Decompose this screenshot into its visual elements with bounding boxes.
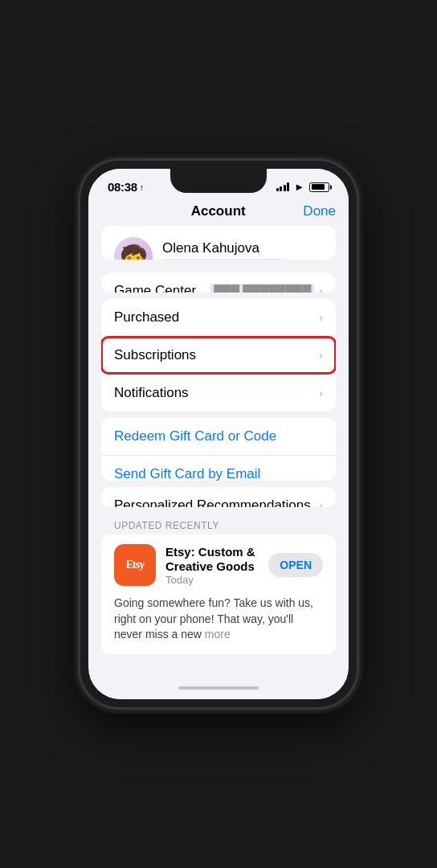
game-center-label: Game Center	[114, 283, 210, 293]
game-center-group: Game Center ███ ████████ ›	[101, 272, 336, 293]
battery-fill	[312, 184, 325, 190]
menu-card: Purchased › Subscriptions ›	[101, 299, 336, 411]
purchased-label: Purchased	[114, 309, 319, 326]
app-row: Etsy Etsy: Custom & Creative Goods Today…	[101, 534, 336, 596]
profile-email: ████████@gmail.com	[162, 259, 286, 260]
personalized-recommendations-chevron: ›	[319, 499, 323, 507]
personalized-recommendations-label: Personalized Recommendations	[114, 497, 319, 507]
redeem-gift-card-label: Redeem Gift Card or Code	[114, 428, 323, 444]
subscriptions-chevron: ›	[319, 349, 323, 362]
personalized-recommendations-item[interactable]: Personalized Recommendations ›	[101, 487, 336, 507]
etsy-icon-text: Etsy	[126, 559, 144, 571]
done-button[interactable]: Done	[303, 203, 336, 219]
profile-name: Olena Kahujova	[162, 240, 323, 256]
app-info: Etsy: Custom & Creative Goods Today	[165, 545, 259, 586]
game-center-item[interactable]: Game Center ███ ████████ ›	[101, 272, 336, 293]
content-area: 🧒 Olena Kahujova ████████@gmail.com Game…	[88, 226, 349, 677]
game-center-chevron: ›	[319, 285, 323, 293]
subscriptions-label: Subscriptions	[114, 347, 319, 363]
profile-row: 🧒 Olena Kahujova ████████@gmail.com	[101, 226, 336, 260]
signal-icon	[276, 182, 290, 191]
status-arrow: ↑	[140, 182, 145, 192]
notifications-item[interactable]: Notifications ›	[101, 375, 336, 411]
phone-frame: 08:38 ↑ ► Account Done	[80, 161, 357, 707]
purchased-item[interactable]: Purchased ›	[101, 299, 336, 336]
status-icons: ►	[276, 181, 329, 193]
subscriptions-item[interactable]: Subscriptions ›	[101, 337, 336, 374]
game-center-value: ███ ████████	[210, 284, 314, 293]
notifications-label: Notifications	[114, 385, 319, 401]
home-indicator	[88, 677, 349, 699]
wifi-icon: ►	[294, 181, 304, 193]
main-menu-group: Purchased › Subscriptions ›	[101, 299, 336, 411]
links-group: Redeem Gift Card or Code Send Gift Card …	[101, 418, 336, 480]
updated-recently-section: UPDATED RECENTLY Etsy Etsy: Custom & Cre…	[88, 514, 349, 661]
personalized-group: Personalized Recommendations ›	[101, 487, 336, 507]
app-name-line2: Creative Goods	[165, 559, 259, 574]
send-gift-card-item[interactable]: Send Gift Card by Email	[101, 455, 336, 480]
nav-title: Account	[133, 203, 303, 219]
redeem-gift-card-item[interactable]: Redeem Gift Card or Code	[101, 418, 336, 455]
status-time: 08:38	[108, 180, 137, 194]
battery-icon	[309, 182, 329, 192]
nav-header: Account Done	[88, 197, 349, 226]
open-button[interactable]: OPEN	[268, 553, 323, 577]
profile-card[interactable]: 🧒 Olena Kahujova ████████@gmail.com	[101, 226, 336, 260]
subscriptions-wrapper: Subscriptions ›	[101, 336, 336, 374]
notifications-chevron: ›	[319, 387, 323, 399]
section-label: UPDATED RECENTLY	[88, 514, 349, 534]
more-link[interactable]: more	[205, 628, 231, 641]
etsy-app-card: Etsy Etsy: Custom & Creative Goods Today…	[101, 534, 336, 654]
app-description: Going somewhere fun? Take us with us, ri…	[101, 596, 336, 654]
notifications-wrapper: Notifications ›	[101, 374, 336, 411]
camera-dot	[214, 169, 223, 177]
app-name-line1: Etsy: Custom &	[165, 545, 259, 559]
etsy-app-icon: Etsy	[114, 544, 156, 586]
purchased-chevron: ›	[319, 311, 323, 324]
app-subtitle: Today	[165, 574, 259, 586]
screen: 08:38 ↑ ► Account Done	[88, 169, 349, 699]
send-gift-card-label: Send Gift Card by Email	[114, 466, 323, 480]
home-bar	[178, 686, 259, 690]
avatar: 🧒	[114, 237, 153, 260]
profile-info: Olena Kahujova ████████@gmail.com	[162, 240, 323, 260]
